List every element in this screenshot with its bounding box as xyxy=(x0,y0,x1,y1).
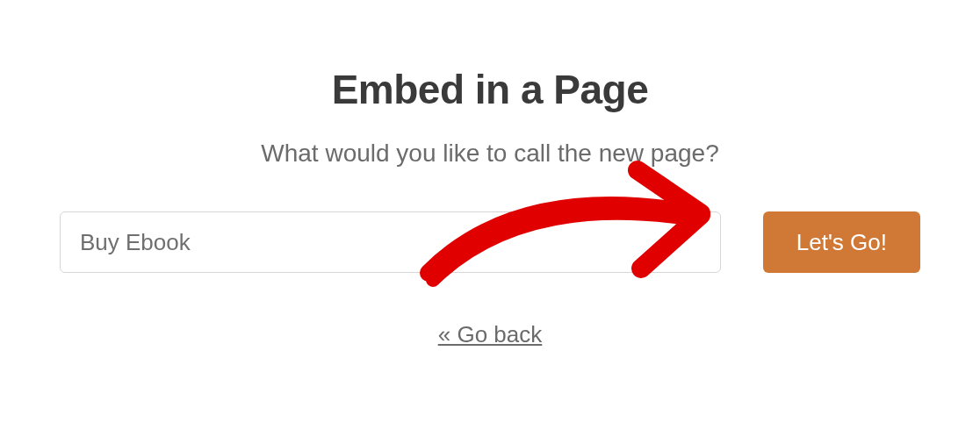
lets-go-button[interactable]: Let's Go! xyxy=(763,211,920,273)
embed-page-dialog: Embed in a Page What would you like to c… xyxy=(0,0,980,348)
go-back-link[interactable]: « Go back xyxy=(438,321,543,348)
page-name-input[interactable] xyxy=(60,211,721,273)
page-subtitle: What would you like to call the new page… xyxy=(261,140,718,168)
input-row: Let's Go! xyxy=(60,211,920,273)
page-title: Embed in a Page xyxy=(332,66,649,113)
